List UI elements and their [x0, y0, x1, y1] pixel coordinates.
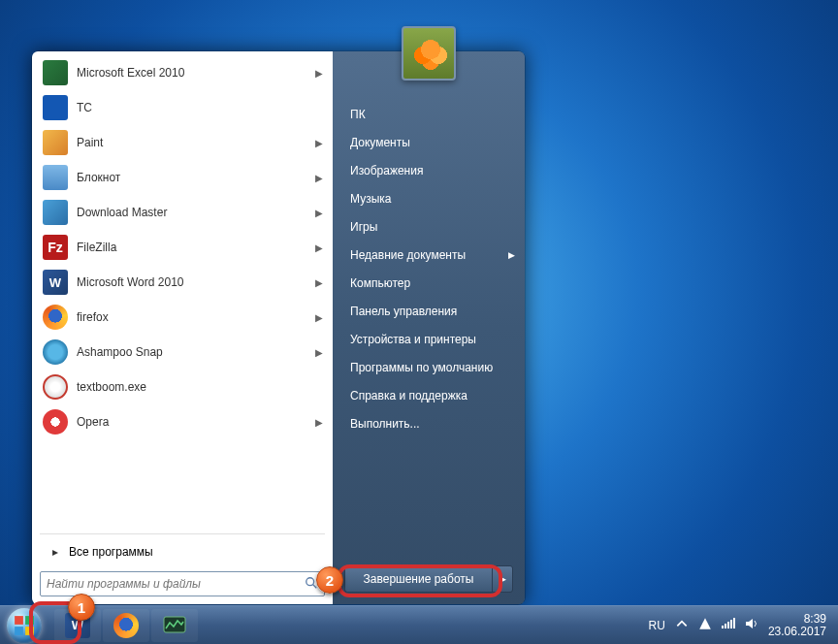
taskbar-item-taskmgr[interactable]: [151, 609, 198, 642]
right-item-label: Недавние документы: [350, 248, 466, 262]
program-list: Microsoft Excel 2010 ▶ TC Paint ▶ Блокно…: [36, 55, 329, 531]
clock[interactable]: 8:39 23.06.2017: [768, 613, 826, 638]
right-item-music[interactable]: Музыка: [333, 184, 525, 212]
svg-line-1: [313, 584, 317, 588]
program-label: FileZilla: [77, 241, 315, 254]
svg-rect-11: [733, 618, 735, 628]
program-label: textboom.exe: [77, 380, 323, 394]
clock-date: 23.06.2017: [768, 626, 826, 638]
search-input[interactable]: [47, 577, 305, 591]
submenu-arrow-icon: ▶: [315, 347, 323, 358]
right-item-recent-docs[interactable]: Недавние документы▶: [333, 241, 525, 269]
program-label: TC: [77, 101, 323, 114]
shutdown-options-button[interactable]: ▶: [492, 565, 513, 593]
shutdown-row: Завершение работы ▶: [344, 565, 513, 593]
right-item-pictures[interactable]: Изображения: [333, 156, 525, 184]
svg-rect-3: [25, 616, 34, 625]
clock-time: 8:39: [768, 613, 826, 626]
annotation-badge-2: 2: [316, 566, 343, 594]
submenu-arrow-icon: ▶: [508, 250, 515, 260]
program-item-paint[interactable]: Paint ▶: [36, 125, 329, 160]
right-item-label: Выполнить...: [350, 417, 420, 431]
flower-icon: [403, 26, 454, 80]
triangle-right-icon: ▸: [42, 545, 69, 559]
ashampoo-icon: [42, 338, 69, 366]
program-label: Opera: [77, 415, 315, 429]
notepad-icon: [42, 164, 69, 191]
language-indicator[interactable]: RU: [649, 619, 665, 632]
program-label: firefox: [77, 310, 315, 324]
program-label: Microsoft Word 2010: [77, 275, 315, 289]
right-item-default-programs[interactable]: Программы по умолчанию: [333, 353, 525, 381]
network-icon[interactable]: [722, 617, 735, 633]
submenu-arrow-icon: ▶: [315, 138, 323, 148]
program-label: Paint: [77, 136, 315, 149]
right-item-games[interactable]: Игры: [333, 212, 525, 241]
task-manager-icon: [162, 613, 187, 638]
program-item-tc[interactable]: TC: [36, 90, 329, 125]
svg-rect-9: [727, 622, 729, 628]
svg-rect-2: [15, 616, 23, 625]
user-avatar[interactable]: [402, 26, 456, 80]
right-item-label: Музыка: [350, 192, 391, 206]
right-item-label: Справка и поддержка: [350, 389, 467, 402]
word-icon: W: [42, 269, 69, 296]
shutdown-button[interactable]: Завершение работы: [344, 565, 492, 593]
right-item-label: ПК: [350, 108, 366, 121]
program-label: Microsoft Excel 2010: [77, 66, 315, 80]
program-label: Ashampoo Snap: [77, 345, 315, 359]
program-label: Download Master: [77, 206, 315, 219]
action-center-icon[interactable]: [698, 617, 712, 633]
right-item-documents[interactable]: Документы: [333, 128, 525, 156]
svg-rect-4: [15, 627, 23, 635]
program-item-notepad[interactable]: Блокнот ▶: [36, 160, 329, 195]
submenu-arrow-icon: ▶: [315, 208, 323, 218]
right-item-control-panel[interactable]: Панель управления: [333, 297, 525, 325]
start-button[interactable]: [0, 606, 48, 645]
submenu-arrow-icon: ▶: [315, 417, 323, 428]
desktop: Microsoft Excel 2010 ▶ TC Paint ▶ Блокно…: [0, 0, 838, 644]
svg-rect-8: [725, 624, 726, 628]
separator: [40, 533, 325, 534]
right-item-user[interactable]: ПК: [333, 100, 525, 128]
program-item-opera[interactable]: Opera ▶: [36, 404, 329, 439]
submenu-arrow-icon: ▶: [315, 242, 323, 253]
submenu-arrow-icon: ▶: [315, 312, 323, 323]
taskbar: W RU 8:39 23.06.2017: [0, 605, 838, 644]
program-label: Блокнот: [77, 171, 315, 184]
textboom-icon: [42, 373, 69, 401]
download-master-icon: [42, 199, 69, 226]
taskbar-item-firefox[interactable]: [103, 609, 149, 642]
volume-icon[interactable]: [745, 617, 758, 633]
firefox-icon: [42, 304, 69, 331]
right-item-help[interactable]: Справка и поддержка: [333, 381, 525, 409]
program-item-download-master[interactable]: Download Master ▶: [36, 195, 329, 230]
program-item-firefox[interactable]: firefox ▶: [36, 300, 329, 335]
svg-point-0: [306, 577, 314, 585]
excel-icon: [42, 59, 69, 86]
submenu-arrow-icon: ▶: [315, 277, 323, 288]
right-item-computer[interactable]: Компьютер: [333, 269, 525, 297]
right-item-run[interactable]: Выполнить...: [333, 409, 525, 437]
all-programs-label: Все программы: [69, 545, 153, 559]
right-item-label: Игры: [350, 220, 377, 234]
program-item-textboom[interactable]: textboom.exe: [36, 370, 329, 404]
opera-icon: [42, 408, 69, 435]
filezilla-icon: Fz: [42, 234, 69, 261]
right-item-devices[interactable]: Устройства и принтеры: [333, 325, 525, 353]
firefox-icon: [113, 613, 139, 638]
windows-orb-icon: [7, 608, 42, 643]
program-item-ashampoo[interactable]: Ashampoo Snap ▶: [36, 335, 329, 370]
program-item-excel[interactable]: Microsoft Excel 2010 ▶: [36, 55, 329, 90]
start-menu: Microsoft Excel 2010 ▶ TC Paint ▶ Блокно…: [31, 50, 526, 605]
right-item-label: Документы: [350, 136, 410, 149]
program-item-word[interactable]: W Microsoft Word 2010 ▶: [36, 265, 329, 300]
svg-rect-7: [722, 626, 724, 628]
annotation-badge-1: 1: [68, 594, 95, 621]
tray-chevron-icon[interactable]: [675, 617, 689, 633]
start-menu-right-pane: ПК Документы Изображения Музыка Игры Нед…: [333, 51, 525, 604]
all-programs-button[interactable]: ▸ Все программы: [36, 536, 329, 567]
program-item-filezilla[interactable]: Fz FileZilla ▶: [36, 230, 329, 265]
right-item-label: Компьютер: [350, 276, 410, 290]
svg-rect-5: [25, 627, 34, 635]
